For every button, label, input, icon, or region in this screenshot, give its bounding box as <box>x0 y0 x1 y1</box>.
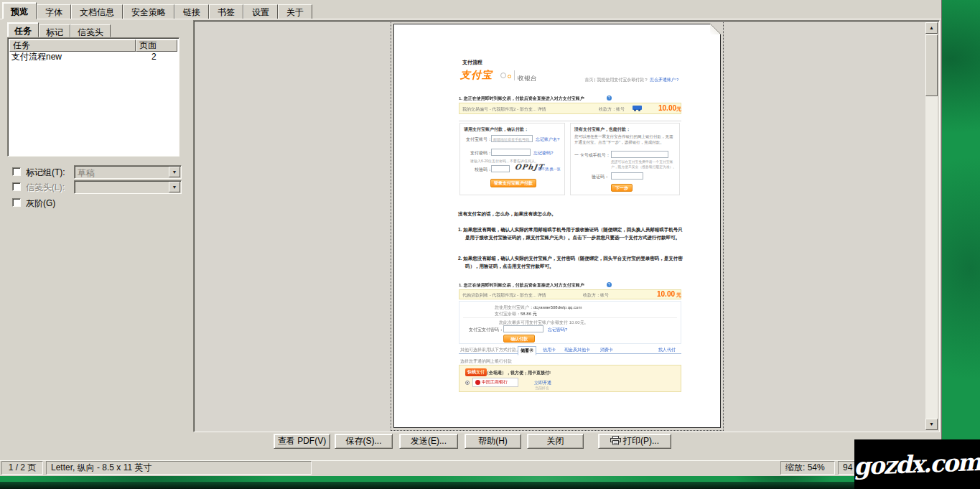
letterhead-label: 信笺头(L): <box>26 182 65 194</box>
task-list-header: 任务 页面 <box>9 39 177 52</box>
password-label: 支付密码： <box>470 150 492 157</box>
left-subtabbar: 任务 标记 信笺头 <box>7 22 111 37</box>
scroll-up-icon[interactable]: ▲ <box>925 22 938 34</box>
document-page[interactable]: 支付流程 支付宝 收银台 首页 | 我想使用支付宝余额付款？ 怎么开通账户？ 1… <box>393 24 721 428</box>
view-pdf-button[interactable]: 查看 PDF(V) <box>274 434 330 449</box>
pay-password-input <box>503 325 543 332</box>
method-tab-cash: 现金及其他卡 <box>564 347 590 353</box>
code-input <box>611 172 643 180</box>
column-header-pages[interactable]: 页面 <box>136 39 177 52</box>
trade-bar-2-left: 代购贷款到账 - 代我那件现2 - 部分支... 详情 <box>462 292 546 299</box>
question-icon: ? <box>607 282 612 287</box>
account-label: 支付宝账号： <box>466 136 492 143</box>
instructions-intro: 没有支付宝的话，怎么办，如果没有该怎么办。 <box>458 210 556 218</box>
method-tab-debit: 储蓄卡 <box>518 346 536 355</box>
status-bar: 1 / 2 页 Letter, 纵向 - 8.5 x 11 英寸 缩放: 54%… <box>0 460 941 475</box>
tab-settings[interactable]: 设置 <box>243 4 278 19</box>
tag-group-value: 草稿 <box>78 167 95 180</box>
bank-radio <box>465 381 470 385</box>
chevron-down-icon[interactable]: ▼ <box>169 167 180 177</box>
task-list: 任务 页面 支付流程new 2 <box>7 37 179 157</box>
tab-about[interactable]: 关于 <box>278 4 312 19</box>
divider <box>459 121 681 121</box>
tab-preview[interactable]: 预览 <box>2 2 37 19</box>
send-button[interactable]: 发送(E)... <box>399 434 458 449</box>
print-button[interactable]: 打印(P)... <box>598 434 671 449</box>
instructions-item-2: 2. 如果您没有邮箱，确认人实际的支付宝账户，支付密码（随便绑定，回头平台支付宝… <box>458 254 685 270</box>
tag-group-label: 标记组(T): <box>26 167 65 179</box>
doc-title: 支付流程 <box>462 59 482 66</box>
document-content: 支付流程 支付宝 收银台 首页 | 我想使用支付宝余额付款？ 怎么开通账户？ 1… <box>394 24 720 427</box>
tab-doc-info[interactable]: 文档信息 <box>71 4 123 19</box>
code-label: 验证码： <box>592 174 609 180</box>
guest-title: 没有支付宝账户，也能付款： <box>574 126 630 133</box>
preview-area: 支付流程 支付宝 收银台 首页 | 我想使用支付宝余额付款？ 怎么开通账户？ 1… <box>193 20 940 432</box>
forgot-account-link: 忘记账户名? <box>536 136 559 143</box>
logo-decoration-icon <box>500 73 506 78</box>
guest-desc: 您可以用任意一家支付宝合作银行的网上银行付款，无需开通支付宝。点击“下一步”，选… <box>574 134 676 145</box>
vertical-scrollbar[interactable]: ▲ ▼ <box>925 22 938 430</box>
logo-divider <box>514 70 515 80</box>
grayscale-label: 灰阶(G) <box>26 197 55 210</box>
task-row[interactable]: 支付流程new 2 <box>9 52 177 62</box>
logo-decoration-icon <box>508 75 511 78</box>
save-button[interactable]: 保存(S)... <box>335 434 393 449</box>
instructions-item-1: 1. 如果您没有网银，确认人实际的常用邮箱或手机号用于接收验证码（随便绑定，回头… <box>458 225 685 241</box>
divider <box>463 317 677 318</box>
tag-group-checkbox[interactable] <box>12 167 21 176</box>
chevron-down-icon[interactable]: ▼ <box>169 182 180 192</box>
tab-links[interactable]: 链接 <box>174 4 209 19</box>
help-button[interactable]: 帮助(H) <box>465 434 521 449</box>
task-pages: 2 <box>151 52 157 62</box>
card-note: 您还可以在支付宝免费申请一个支付宝账户，既方便又安全（视各银行规定为准）。 <box>611 159 677 169</box>
task-name: 支付流程new <box>11 52 62 62</box>
captcha-input <box>491 165 510 172</box>
captcha-label: 校验码： <box>475 167 492 173</box>
status-zoom-level: 缩放: 54% <box>780 461 835 475</box>
tag-group-combobox[interactable]: 草稿 ▼ <box>74 165 182 179</box>
scroll-down-icon[interactable]: ▼ <box>925 419 938 430</box>
card-input <box>611 151 668 158</box>
trade-price: 10.00元 <box>658 104 681 113</box>
pay-password-label: 支付宝支付密码： <box>469 327 503 333</box>
forgot-password-link: 忘记密码? <box>533 150 553 157</box>
scrollbar-thumb[interactable] <box>925 34 938 96</box>
trade-bar-left: 我的交易编号 - 代我那件现2 - 部分支... 详情 <box>462 106 546 113</box>
bank-logo-icon <box>475 380 480 385</box>
notice-line: 1. 您正在使用即时到账交易，付款后资金直接进入对方支付宝账户 <box>459 96 584 102</box>
kuaiqian-logo: 快钱支付 <box>465 368 487 376</box>
grayscale-checkbox[interactable] <box>12 198 21 207</box>
subtab-marks[interactable]: 标记 <box>39 24 70 37</box>
trade-bar-mid: 收款方：账号 <box>599 106 625 113</box>
tab-security[interactable]: 安全策略 <box>123 4 174 19</box>
trade-price-2: 10.00 元 <box>657 290 681 299</box>
watermark-logo: gozdx.com <box>854 439 980 489</box>
close-button[interactable]: 关闭 <box>527 434 584 449</box>
letterhead-checkbox[interactable] <box>12 182 21 191</box>
top-help-link: 首页 | 我想使用支付宝余额付款？ 怎么开通账户？ <box>574 77 680 83</box>
notice-line-2: 1. 您正在使用即时到账交易，付款后资金直接进入对方支付宝账户 <box>459 282 584 289</box>
desktop-bottom-shadow <box>0 482 980 489</box>
method-tab-credit: 信用卡 <box>543 347 556 353</box>
truck-icon <box>633 106 642 110</box>
login-title: 请用支付宝账户付款，确认付款： <box>464 126 528 133</box>
subtab-tasks[interactable]: 任务 <box>7 22 39 37</box>
main-tabbar: 预览 字体 文档信息 安全策略 链接 书签 设置 关于 <box>2 2 312 19</box>
bank-name: 中国工商银行 <box>482 379 508 386</box>
subtab-letterhead[interactable]: 信笺头 <box>70 24 111 37</box>
account-line-2: 支付宝余额：58.86 元 <box>495 311 537 317</box>
status-page-indicator: 1 / 2 页 <box>1 461 43 475</box>
letterhead-combobox[interactable]: ▼ <box>74 180 182 194</box>
captcha-refresh-link: 看不清,换一张 <box>538 167 560 171</box>
trade-bar-2-mid: 收款方：账号 <box>583 292 609 299</box>
column-header-task[interactable]: 任务 <box>9 39 136 52</box>
account-input: 邮箱地址或者手机号码 <box>491 135 533 142</box>
status-paper-info: Letter, 纵向 - 8.5 x 11 英寸 <box>46 461 312 475</box>
forgot-pay-password-link: 忘记密码? <box>548 327 567 333</box>
tab-bookmarks[interactable]: 书签 <box>209 4 243 19</box>
methods-intro: 其他可选择采用以下方式付款。 <box>460 347 521 353</box>
page-selection-outline: 支付流程 支付宝 收银台 首页 | 我想使用支付宝余额付款？ 怎么开通账户？ 1… <box>391 21 724 431</box>
confirm-pay-button: 确认付款 <box>503 335 535 343</box>
tab-fonts[interactable]: 字体 <box>37 4 71 19</box>
question-icon: ? <box>607 96 612 101</box>
